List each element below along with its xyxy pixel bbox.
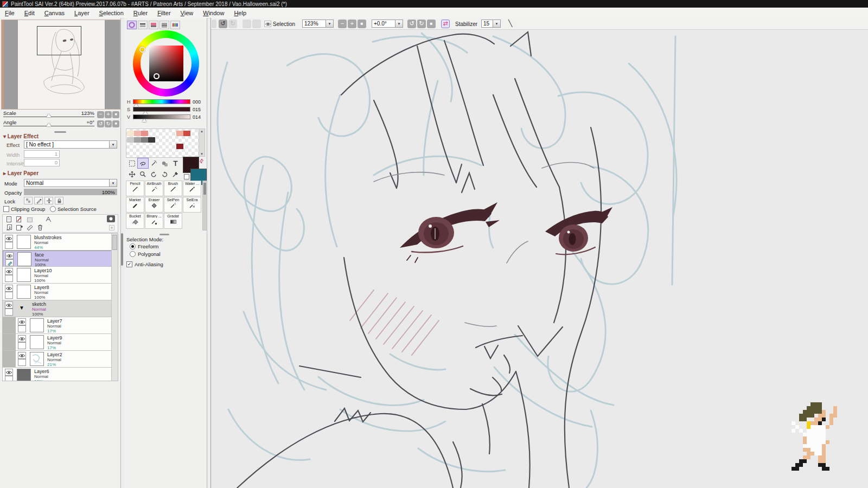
swatch[interactable]: [148, 137, 155, 143]
rotate-cw-button[interactable]: ↻: [105, 120, 112, 127]
new-folder-button[interactable]: [25, 215, 34, 223]
swatch[interactable]: [176, 144, 183, 149]
brush-water[interactable]: Water ...: [183, 181, 201, 196]
color-swatch-tab[interactable]: [170, 21, 180, 29]
opacity-slider[interactable]: 100%: [24, 189, 117, 195]
rotate-ccw-button[interactable]: ↺: [407, 20, 416, 28]
spin-tool[interactable]: [159, 169, 170, 179]
delete-layer-button[interactable]: [35, 223, 44, 232]
layer-thumbnail[interactable]: [17, 285, 31, 299]
color-sliders-tab[interactable]: [159, 21, 169, 29]
swatch[interactable]: [141, 131, 148, 136]
layer-visibility-toggle[interactable]: [18, 318, 26, 325]
panel-grip[interactable]: [54, 131, 66, 133]
menu-item-edit[interactable]: Edit: [20, 9, 40, 17]
selection-mode-freeform[interactable]: Freeform: [130, 243, 159, 249]
layer-thumbnail[interactable]: [17, 369, 31, 381]
h-slider[interactable]: [133, 99, 190, 104]
text-tool[interactable]: [170, 158, 181, 169]
layer-status-box[interactable]: [18, 342, 26, 349]
navigator[interactable]: [1, 20, 120, 110]
flip-horizontal-button[interactable]: ⇄: [441, 20, 450, 28]
lasso-tool[interactable]: [137, 158, 149, 169]
zoom-reset-button[interactable]: ■: [358, 20, 366, 28]
layer-status-box[interactable]: [5, 259, 14, 266]
color-mixer-tab[interactable]: [149, 21, 158, 29]
layer-status-box[interactable]: [18, 359, 26, 366]
zoom-out-button[interactable]: −: [97, 111, 104, 118]
layer-list-scrollbar[interactable]: [111, 234, 118, 381]
layer-status-box[interactable]: [5, 275, 13, 282]
color-bar-tab[interactable]: [138, 21, 148, 29]
mask-button[interactable]: [107, 215, 115, 222]
menu-item-help[interactable]: Help: [229, 9, 251, 17]
swatch[interactable]: [141, 137, 148, 143]
stabilizer-select[interactable]: 15▼: [481, 20, 501, 28]
selection-mode-polygonal[interactable]: Polygonal: [130, 251, 161, 257]
zoom-out-button[interactable]: −: [338, 20, 347, 28]
layer-row-blushstrokes[interactable]: blushstrokesNormal44%: [3, 234, 118, 251]
shape-tool[interactable]: [159, 158, 170, 169]
layer-status-box[interactable]: [5, 242, 13, 249]
menu-item-window[interactable]: Window: [198, 9, 229, 17]
layer-options-button[interactable]: [107, 223, 116, 232]
scale-slider-thumb[interactable]: [47, 114, 51, 117]
undo-button[interactable]: ↺: [219, 20, 227, 28]
hue-marker[interactable]: [139, 47, 145, 53]
layer-row-sketch[interactable]: ▼sketchNormal100%: [3, 300, 118, 317]
swatch[interactable]: [134, 131, 141, 136]
swatch[interactable]: [176, 131, 183, 136]
menu-item-ruler[interactable]: Ruler: [129, 9, 152, 17]
layer-visibility-toggle[interactable]: [5, 252, 14, 259]
blend-mode-select[interactable]: Normal▼: [24, 179, 117, 187]
scroll-down-icon[interactable]: ▼: [199, 152, 205, 156]
v-slider-thumb[interactable]: [142, 119, 146, 122]
color-wheel-tab[interactable]: [127, 21, 137, 29]
rotate-ccw-button[interactable]: ↺: [97, 120, 104, 127]
wand-tool[interactable]: [148, 158, 159, 169]
brush-binary[interactable]: Binary ...: [145, 213, 163, 229]
chevron-down-icon[interactable]: ▼: [109, 141, 117, 148]
new-linework-layer-button[interactable]: [15, 215, 24, 223]
swatch-scrollbar[interactable]: ▲ ▼: [199, 129, 205, 157]
layer-row-layer6[interactable]: Layer6Normal19%: [3, 368, 118, 381]
brush-eraser[interactable]: Eraser: [145, 197, 163, 213]
clear-layer-button[interactable]: [25, 223, 34, 232]
panel-grip-2[interactable]: [159, 234, 169, 235]
swatch[interactable]: [127, 131, 134, 136]
brush-selera[interactable]: SelEra: [183, 197, 201, 213]
brush-airbrush[interactable]: AirBrush: [145, 181, 163, 196]
toolbar-button-4[interactable]: [252, 20, 261, 28]
layer-thumbnail[interactable]: [30, 335, 44, 349]
rotate-reset-button[interactable]: ■: [112, 120, 119, 127]
effect-select[interactable]: [ No effect ]▼: [24, 140, 117, 149]
swatch[interactable]: [183, 131, 190, 136]
brush-bucket[interactable]: Bucket: [126, 213, 144, 229]
layer-visibility-toggle[interactable]: [18, 335, 26, 342]
layer-thumbnail[interactable]: [17, 268, 31, 282]
lock-position-button[interactable]: [44, 197, 53, 204]
layer-effect-header[interactable]: ▾ Layer Effect: [3, 133, 39, 139]
zoom-tool[interactable]: [137, 169, 149, 179]
menu-item-selection[interactable]: Selection: [94, 9, 129, 17]
layer-row-face[interactable]: faceNormal100%: [3, 251, 118, 267]
toolbar-button-3[interactable]: [242, 20, 251, 28]
layer-row-layer9[interactable]: Layer9Normal17%: [3, 334, 118, 351]
menu-item-file[interactable]: File: [0, 9, 20, 17]
layer-row-layer8[interactable]: Layer8Normal100%: [3, 284, 118, 300]
layer-status-box[interactable]: [5, 376, 13, 381]
layer-visibility-toggle[interactable]: [5, 268, 13, 275]
sv-marker[interactable]: [154, 73, 159, 79]
move-tool[interactable]: [126, 169, 138, 179]
zoom-in-button[interactable]: +: [105, 111, 112, 118]
brush-pencil[interactable]: Pencil: [126, 181, 144, 196]
lock-all-button[interactable]: [55, 197, 63, 204]
selection-visibility-checkbox[interactable]: [264, 21, 271, 27]
rotate-reset-button[interactable]: ■: [427, 20, 436, 28]
redo-button[interactable]: ↻: [228, 20, 237, 28]
layer-thumbnail[interactable]: [17, 252, 31, 266]
layer-row-layer2[interactable]: Layer2Normal21%: [3, 351, 118, 368]
layer-row-layer10[interactable]: Layer10Normal100%: [3, 267, 118, 284]
brush-marker[interactable]: Marker: [126, 197, 144, 213]
scroll-up-icon[interactable]: ▲: [199, 129, 205, 133]
